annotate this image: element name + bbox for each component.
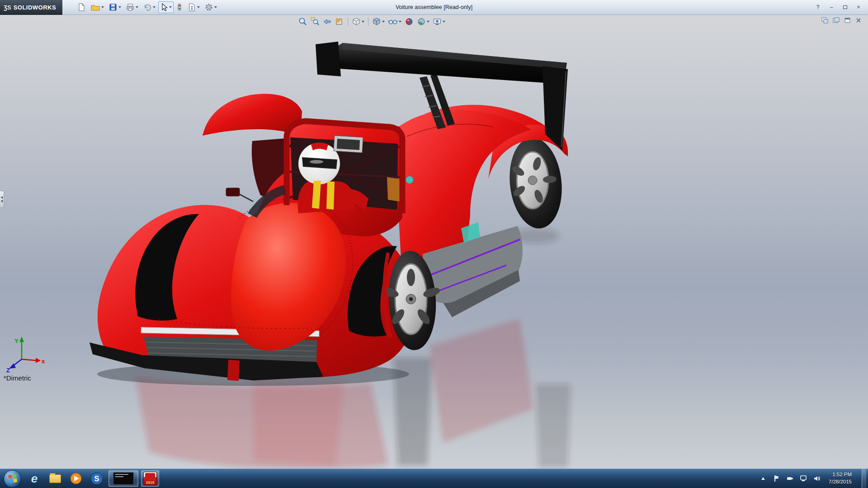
show-hidden-icons-button[interactable] [759, 473, 767, 484]
network-tray-button[interactable] [800, 473, 808, 484]
previous-view-icon [323, 17, 332, 26]
file-properties-button[interactable] [185, 1, 202, 13]
volume-tray-button[interactable] [813, 473, 821, 484]
view-orientation-caret-icon[interactable] [362, 21, 364, 23]
zoom-to-fit-button[interactable] [297, 17, 308, 27]
cascade-window-button[interactable] [832, 17, 840, 24]
apply-scene-caret-icon[interactable] [427, 21, 429, 23]
start-button[interactable] [4, 470, 21, 488]
toolbar-separator [368, 18, 368, 26]
undo-icon [143, 3, 152, 12]
undo-caret-icon[interactable] [153, 6, 156, 8]
taskbar-solidworks-launcher[interactable]: S [88, 470, 106, 487]
new-document-icon [77, 3, 86, 12]
triad-x-label: x [42, 358, 45, 365]
zoom-to-area-icon [311, 17, 320, 26]
plug-icon [787, 476, 794, 481]
view-orientation-button[interactable] [351, 17, 365, 27]
taskbar-file-explorer[interactable] [46, 470, 64, 487]
ds-logo-glyph: ƷS [4, 4, 11, 11]
viewport-3d-model[interactable] [0, 15, 868, 469]
file-properties-caret-icon[interactable] [197, 6, 200, 8]
graphics-area[interactable]: Y x Z *Dimetric [0, 15, 868, 469]
window-controls: ? – × [813, 3, 868, 11]
app-name-label: SOLIDWORKS [14, 4, 57, 11]
command-window-thumbnail [113, 472, 134, 485]
new-document-button[interactable] [75, 1, 88, 13]
options-caret-icon[interactable] [214, 6, 217, 8]
power-tray-button[interactable] [786, 473, 794, 484]
restore-document-button[interactable] [843, 17, 851, 24]
print-caret-icon[interactable] [136, 6, 138, 8]
toolbar-separator [348, 18, 348, 26]
options-button[interactable] [203, 1, 219, 13]
view-settings-button[interactable] [432, 17, 446, 27]
open-caret-icon[interactable] [101, 6, 104, 8]
triad-y-label: Y [14, 338, 19, 344]
cockpit-knob [406, 176, 413, 183]
minimize-button[interactable]: – [826, 3, 836, 11]
document-window-controls [821, 17, 863, 24]
restore-button[interactable] [840, 3, 850, 11]
show-desktop-button[interactable] [862, 469, 866, 488]
previous-view-button[interactable] [322, 17, 333, 27]
flag-icon [774, 475, 780, 482]
tile-window-button[interactable] [821, 17, 829, 24]
save-caret-icon[interactable] [118, 6, 121, 8]
collapse-arrow-icon [1, 200, 3, 202]
open-button[interactable] [89, 1, 106, 13]
triad-z-label: Z [6, 367, 10, 373]
harness-strap [326, 182, 335, 210]
undo-button[interactable] [141, 1, 157, 13]
interior-panel [387, 177, 401, 202]
section-view-icon [335, 17, 344, 26]
hide-show-caret-icon[interactable] [399, 21, 401, 23]
chevron-up-icon [760, 476, 766, 481]
select-button[interactable] [158, 1, 174, 13]
cascade-window-icon [833, 17, 840, 23]
zoom-to-area-button[interactable] [310, 17, 321, 27]
options-gear-icon [204, 3, 213, 12]
sw2015-mark [145, 473, 155, 479]
edit-appearance-button[interactable] [404, 17, 415, 27]
hide-show-items-button[interactable] [387, 17, 402, 27]
taskbar-command-window[interactable] [108, 470, 138, 487]
view-orientation-label: *Dimetric [4, 374, 31, 382]
close-document-button[interactable] [854, 17, 863, 24]
print-button[interactable] [124, 1, 140, 13]
display-style-icon [372, 17, 381, 26]
select-caret-icon[interactable] [169, 6, 172, 8]
zoom-to-fit-icon [298, 17, 307, 26]
side-mirror [226, 188, 253, 202]
appearance-sphere-icon [405, 17, 414, 26]
solidworks-menu-logo[interactable]: ƷS SOLIDWORKS [0, 0, 62, 15]
apply-scene-button[interactable] [416, 17, 430, 27]
system-tray: 1:52 PM 7/28/2015 [759, 469, 868, 488]
clock-date: 7/28/2015 [829, 479, 852, 486]
taskbar-internet-explorer[interactable]: e [25, 470, 43, 487]
taskbar-solidworks-2015[interactable]: 2015 [141, 470, 159, 487]
open-folder-icon [90, 3, 100, 12]
rebuild-icon [176, 3, 183, 12]
rebuild-button[interactable] [175, 1, 184, 13]
display-style-button[interactable] [371, 17, 386, 27]
heads-up-view-toolbar [297, 16, 446, 27]
taskbar-clock[interactable]: 1:52 PM 7/28/2015 [827, 471, 855, 485]
action-center-button[interactable] [773, 473, 781, 484]
view-orientation-cube-icon [352, 17, 361, 26]
tile-window-icon [821, 17, 828, 23]
help-button[interactable]: ? [813, 3, 823, 11]
network-monitor-icon [800, 475, 807, 482]
taskbar-media-player[interactable] [67, 470, 85, 487]
close-button[interactable]: × [854, 3, 863, 11]
windows-flag-icon [7, 473, 18, 484]
close-document-icon [855, 17, 862, 23]
display-style-caret-icon[interactable] [382, 21, 385, 23]
save-button[interactable] [107, 1, 123, 13]
panel-collapse-tab[interactable] [0, 191, 4, 208]
view-settings-caret-icon[interactable] [443, 21, 445, 23]
internet-explorer-icon: e [31, 473, 38, 484]
thumb-line [115, 474, 128, 475]
section-view-button[interactable] [334, 17, 345, 27]
hide-show-glasses-icon [388, 17, 398, 26]
